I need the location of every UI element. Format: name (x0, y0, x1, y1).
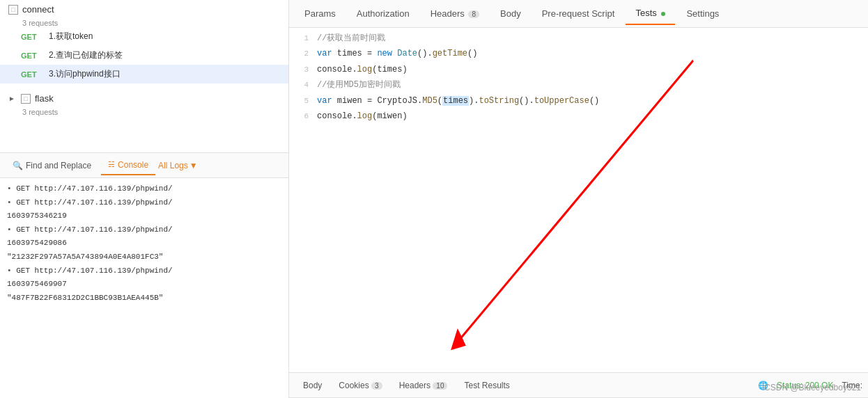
code-line-4: 4 //使用MD5加密时间戳 (289, 77, 868, 93)
resp-tab-headers[interactable]: Headers 10 (391, 376, 456, 395)
method-badge-get-2: GET (21, 51, 43, 60)
headers-badge: 8 (468, 10, 479, 18)
code-text-4: //使用MD5加密时间戳 (317, 78, 401, 92)
method-badge-get-3: GET (21, 70, 43, 79)
expand-icon: ► (8, 95, 15, 102)
collection-list: □ connect 3 requests GET 1.获取token GET 2… (0, 0, 288, 153)
code-line-1: 1 //获取当前时间戳 (289, 31, 868, 46)
code-text-1: //获取当前时间戳 (317, 31, 385, 45)
tab-settings[interactable]: Settings (676, 3, 729, 24)
tab-body[interactable]: Body (490, 3, 531, 24)
console-icon: ☵ (108, 160, 115, 169)
code-editor[interactable]: 1 //获取当前时间戳 2 var times = new Date().get… (289, 28, 868, 373)
cookies-badge: 3 (371, 382, 382, 390)
tab-params[interactable]: Params (295, 3, 346, 24)
code-line-3: 3 console.log(times) (289, 62, 868, 77)
console-line-5: 1603975429086 (7, 237, 281, 250)
tab-authorization[interactable]: Authorization (347, 3, 419, 24)
code-line-6: 6 console.log(miwen) (289, 109, 868, 124)
sidebar: □ connect 3 requests GET 1.获取token GET 2… (0, 0, 289, 398)
code-text-6: console.log(miwen) (317, 109, 408, 123)
watermark: CSDN @Blueeyedboy521 (764, 383, 861, 392)
code-line-5: 5 var miwen = CryptoJS.MD5(times).toStri… (289, 93, 868, 109)
method-badge-get-1: GET (21, 33, 43, 41)
code-text-2: var times = new Date().getTime() (317, 47, 477, 61)
resp-tab-cookies[interactable]: Cookies 3 (330, 376, 390, 395)
search-icon: 🔍 (13, 161, 23, 170)
resp-headers-badge: 10 (433, 382, 447, 390)
bottom-tabs: 🔍 Find and Replace ☵ Console All Logs ▼ (0, 153, 288, 178)
resp-tab-test-results[interactable]: Test Results (456, 376, 518, 395)
tests-dot (661, 12, 665, 16)
console-line-4: GET http://47.107.116.139/phpwind/ (7, 223, 281, 237)
code-text-5: var miwen = CryptoJS.MD5(times).toString… (317, 94, 599, 108)
console-line-2: GET http://47.107.116.139/phpwind/ (7, 196, 281, 210)
code-line-2: 2 var times = new Date().getTime() (289, 46, 868, 61)
right-panel: Params Authorization Headers 8 Body Pre-… (289, 0, 868, 398)
chevron-down-icon: ▼ (189, 161, 198, 170)
request-name-2: 2.查询已创建的标签 (49, 49, 123, 61)
code-text-3: console.log(times) (317, 63, 408, 77)
collection-flask-count: 3 requests (0, 108, 288, 116)
collection-flask-header[interactable]: ► □ flask (0, 89, 288, 108)
resp-tab-body[interactable]: Body (295, 376, 330, 395)
folder-icon: □ (8, 5, 18, 15)
console-content: GET http://47.107.116.139/phpwind/ GET h… (0, 178, 288, 398)
right-content: 1 //获取当前时间戳 2 var times = new Date().get… (289, 28, 868, 398)
tab-headers[interactable]: Headers 8 (421, 3, 489, 24)
console-label: Console (118, 160, 148, 170)
console-line-8: 1603975469907 (7, 278, 281, 292)
console-line-9: "487F7B22F68312D2C1BBC93B1AEA445B" (7, 292, 281, 305)
console-line-6: "21232F297A57A5A743894A0E4A801FC3" (7, 250, 281, 264)
request-name-1: 1.获取token (49, 31, 93, 42)
tab-tests[interactable]: Tests (626, 2, 675, 25)
find-replace-tab[interactable]: 🔍 Find and Replace (6, 157, 98, 175)
console-tab[interactable]: ☵ Console (101, 156, 155, 175)
all-logs-label: All Logs (158, 161, 188, 170)
request-tabs: Params Authorization Headers 8 Body Pre-… (289, 0, 868, 28)
collection-connect-name: connect (22, 4, 54, 15)
tab-pre-request[interactable]: Pre-request Script (532, 3, 625, 24)
console-line-1: GET http://47.107.116.139/phpwind/ (7, 182, 281, 196)
find-replace-label: Find and Replace (26, 161, 91, 170)
request-item-1[interactable]: GET 1.获取token (0, 27, 288, 46)
bottom-panel: 🔍 Find and Replace ☵ Console All Logs ▼ … (0, 153, 288, 398)
console-line-3: 1603975346219 (7, 209, 281, 223)
console-line-7: GET http://47.107.116.139/phpwind/ (7, 264, 281, 278)
collection-connect-header[interactable]: □ connect (0, 0, 288, 19)
request-item-2[interactable]: GET 2.查询已创建的标签 (0, 46, 288, 65)
request-name-3: 3.访问phpwind接口 (49, 68, 121, 80)
all-logs-button[interactable]: All Logs ▼ (158, 161, 198, 170)
collection-flask-name: flask (35, 93, 54, 104)
collection-connect-count: 3 requests (0, 19, 288, 27)
folder-icon-2: □ (21, 94, 31, 104)
request-item-3[interactable]: GET 3.访问phpwind接口 (0, 65, 288, 83)
